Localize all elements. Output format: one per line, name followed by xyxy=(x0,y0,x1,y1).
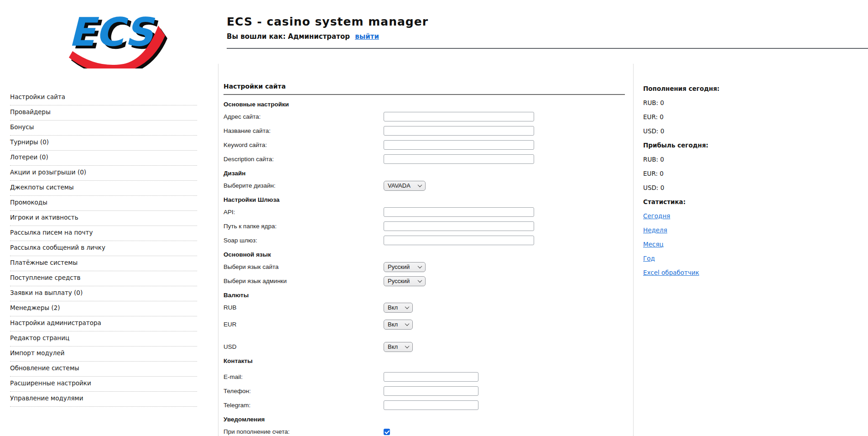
section-heading: Уведомления xyxy=(223,416,625,423)
soap-gateway-field[interactable] xyxy=(384,236,534,245)
chevron-down-icon xyxy=(405,305,410,309)
site-language-select-label: Выбери язык сайта xyxy=(223,263,384,270)
stats-link-row: Месяц xyxy=(643,241,839,248)
sidebar-item[interactable]: Импорт модулей xyxy=(10,347,197,362)
sidebar-menu: Настройки сайтаПровайдерыБонусыТурниры (… xyxy=(10,90,197,407)
form-row: Путь к папке ядра: xyxy=(223,221,625,231)
deposit-notify-checkbox[interactable] xyxy=(384,429,390,435)
form-row: Телефон: xyxy=(223,386,625,396)
stats-value: RUB: 0 xyxy=(643,99,839,106)
usd-select-label: USD xyxy=(223,343,384,350)
site-description-field[interactable] xyxy=(384,154,534,164)
sidebar-item[interactable]: Управление модулями xyxy=(10,392,197,407)
page-title: ECS - casino system manager xyxy=(227,15,428,28)
rub-select-label: RUB xyxy=(223,304,384,311)
stats-link[interactable]: Неделя xyxy=(643,226,667,234)
section-heading: Дизайн xyxy=(223,170,625,177)
sidebar-item[interactable]: Настройки сайта xyxy=(10,90,197,105)
stats-value: EUR: 0 xyxy=(643,170,839,177)
eur-select-label: EUR xyxy=(223,321,384,328)
site-name-field[interactable] xyxy=(384,126,534,136)
stats-link[interactable]: Сегодня xyxy=(643,212,670,220)
sidebar-item[interactable]: Турниры (0) xyxy=(10,136,197,151)
site-address-field[interactable] xyxy=(384,112,534,121)
logo-text: ECS xyxy=(68,9,155,55)
page: ECS ECS ECS - casino system manager Вы в… xyxy=(0,0,868,436)
sidebar-item[interactable]: Поступление средств xyxy=(10,271,197,286)
stats-value: EUR: 0 xyxy=(643,113,839,121)
stats-link[interactable]: Месяц xyxy=(643,241,664,248)
chevron-down-icon xyxy=(405,344,410,348)
stats-heading: Статистика: xyxy=(643,198,839,205)
site-language-select[interactable]: Русский xyxy=(384,262,426,272)
site-name-field-label: Название сайта: xyxy=(223,127,384,134)
settings-title-divider xyxy=(223,94,625,95)
form-row: API: xyxy=(223,207,625,217)
stats-link-row: Год xyxy=(643,255,839,262)
admin-language-select-label: Выбери язык админки xyxy=(223,278,384,284)
sidebar-item[interactable]: Джекпоты системы xyxy=(10,181,197,196)
sidebar-item[interactable]: Лотереи (0) xyxy=(10,151,197,166)
stats-link[interactable]: Год xyxy=(643,255,655,262)
sidebar-item[interactable]: Редактор страниц xyxy=(10,331,197,347)
design-select[interactable]: VAVADA xyxy=(384,181,426,191)
sidebar-item[interactable]: Менеджеры (2) xyxy=(10,301,197,316)
form-row: Telegram: xyxy=(223,400,625,410)
sidebar-item[interactable]: Провайдеры xyxy=(10,105,197,121)
site-keyword-field-label: Keyword сайта: xyxy=(223,142,384,148)
sidebar-item[interactable]: Рассылка писем на почту xyxy=(10,226,197,241)
login-status: Вы вошли как: Администратор выйти xyxy=(227,32,428,41)
eur-select[interactable]: Вкл xyxy=(384,320,413,330)
check-icon xyxy=(385,429,390,434)
settings-form: Основные настройкиАдрес сайта:Название с… xyxy=(223,101,625,436)
sidebar-item[interactable]: Настройки администратора xyxy=(10,316,197,331)
core-path-field-label: Путь к папке ядра: xyxy=(223,223,384,230)
form-row: Выберите дизайн:VAVADA xyxy=(223,181,625,190)
design-select-label: Выберите дизайн: xyxy=(223,182,384,189)
logout-link[interactable]: выйти xyxy=(355,32,379,41)
api-field-label: API: xyxy=(223,209,384,215)
section-heading: Настройки Шлюза xyxy=(223,196,625,204)
stats-link-row: Сегодня xyxy=(643,212,839,220)
section-heading: Основные настройки xyxy=(223,101,625,108)
rub-select-value: Вкл xyxy=(388,304,398,311)
chevron-down-icon xyxy=(418,264,422,268)
stats-link[interactable]: Excel обработчик xyxy=(643,269,699,276)
phone-field[interactable] xyxy=(384,386,478,396)
sidebar-item[interactable]: Промокоды xyxy=(10,196,197,211)
site-address-field-label: Адрес сайта: xyxy=(223,113,384,120)
ecs-logo: ECS ECS xyxy=(61,5,168,68)
email-field[interactable] xyxy=(384,372,478,382)
phone-field-label: Телефон: xyxy=(223,388,384,394)
stats-panel: Пополнения сегодня:RUB: 0EUR: 0USD: 0При… xyxy=(643,85,839,283)
usd-select[interactable]: Вкл xyxy=(384,342,413,352)
sidebar-item[interactable]: Игроки и активность xyxy=(10,211,197,226)
stats-value: USD: 0 xyxy=(643,184,839,191)
sidebar-item[interactable]: Рассылка сообщений в личку xyxy=(10,241,197,256)
main-stats-divider xyxy=(633,64,634,436)
admin-language-select[interactable]: Русский xyxy=(384,276,426,286)
eur-select-value: Вкл xyxy=(388,321,398,328)
sidebar-item[interactable]: Акции и розыгрыши (0) xyxy=(10,166,197,181)
site-language-select-value: Русский xyxy=(388,263,410,270)
site-keyword-field[interactable] xyxy=(384,140,534,150)
sidebar-item[interactable]: Бонусы xyxy=(10,121,197,136)
sidebar-item[interactable]: Платёжные системы xyxy=(10,256,197,271)
usd-select-value: Вкл xyxy=(388,343,398,350)
api-field[interactable] xyxy=(384,207,534,217)
header-divider xyxy=(227,48,868,49)
telegram-field[interactable] xyxy=(384,400,478,410)
rub-select[interactable]: Вкл xyxy=(384,303,413,313)
sidebar-item[interactable]: Обновление системы xyxy=(10,362,197,377)
core-path-field[interactable] xyxy=(384,221,534,231)
header: ECS - casino system manager Вы вошли как… xyxy=(227,15,428,41)
form-row: При пополнение счета: xyxy=(223,427,625,436)
form-row: Выбери язык сайтаРусский xyxy=(223,262,625,272)
settings-title: Настройки сайта xyxy=(223,82,625,90)
sidebar-item[interactable]: Заявки на выплату (0) xyxy=(10,286,197,301)
sidebar-item[interactable]: Расширенные настройки xyxy=(10,377,197,392)
stats-value: RUB: 0 xyxy=(643,156,839,163)
settings-panel: Настройки сайта Основные настройкиАдрес … xyxy=(223,82,625,436)
stats-link-row: Excel обработчик xyxy=(643,269,839,276)
form-row: Keyword сайта: xyxy=(223,140,625,150)
